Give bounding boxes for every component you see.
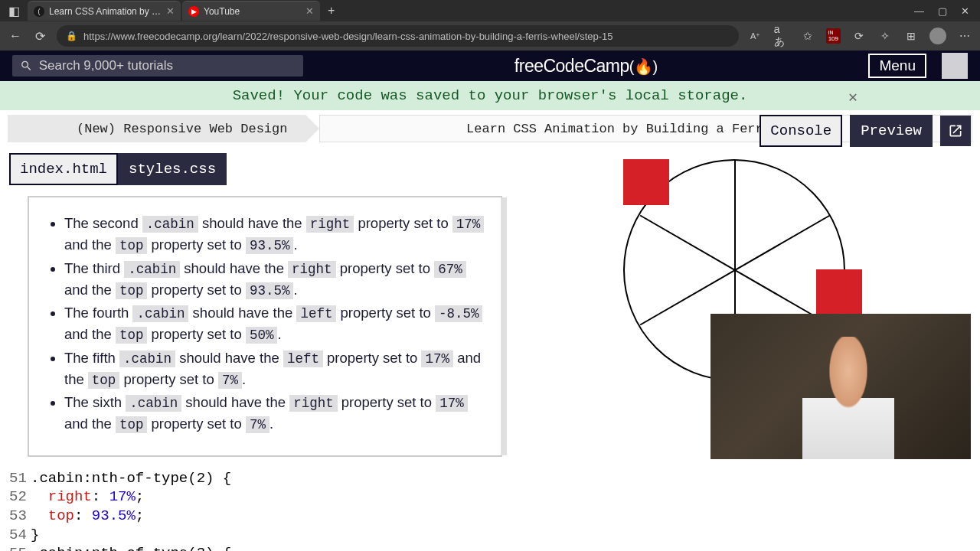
notification-text: Saved! Your code was saved to your brows… [233, 87, 748, 104]
save-notification: Saved! Your code was saved to your brows… [0, 81, 980, 110]
code-text: right: 17%; [31, 487, 144, 507]
editor-line[interactable]: 52 right: 17%; [9, 487, 576, 507]
panel-toggle-icon[interactable]: ◧ [5, 2, 23, 20]
browser-tab-fcc[interactable]: ( Learn CSS Animation by Building ✕ [28, 1, 181, 21]
code-text: .cabin:nth-of-type(2) { [31, 469, 231, 488]
url-field[interactable]: 🔒 https://www.freecodecamp.org/learn/202… [57, 25, 739, 47]
tab-styles-css[interactable]: styles.css [118, 153, 227, 185]
instructions-panel: The second .cabin should have the right … [28, 196, 502, 457]
close-icon[interactable]: ✕ [305, 5, 314, 17]
new-tab-button[interactable]: + [322, 4, 341, 18]
user-avatar[interactable] [942, 53, 968, 79]
minimize-icon[interactable]: — [914, 5, 924, 17]
translate-icon[interactable]: aあ [774, 28, 789, 44]
tab-title: Learn CSS Animation by Building [49, 6, 162, 17]
instruction-item: The fifth .cabin should have the left pr… [64, 347, 485, 391]
line-number: 54 [9, 526, 31, 545]
url-text: https://www.freecodecamp.org/learn/2022/… [83, 31, 613, 42]
webcam-person [802, 337, 894, 459]
close-icon[interactable]: ✕ [848, 87, 858, 106]
right-column: Console Preview [576, 153, 971, 551]
popout-button[interactable] [940, 116, 971, 146]
window-controls: — ▢ ✕ [914, 5, 975, 17]
instruction-item: The third .cabin should have the right p… [64, 258, 485, 302]
sync-icon[interactable]: ⟳ [851, 28, 867, 44]
search-icon [20, 59, 33, 73]
instruction-item: The fourth .cabin should have the left p… [64, 302, 485, 346]
browser-tab-strip: ◧ ( Learn CSS Animation by Building ✕ ▶ … [0, 0, 980, 21]
menu-button[interactable]: Menu [868, 54, 926, 78]
instructions-list: The second .cabin should have the right … [44, 213, 485, 435]
ublock-badge[interactable]: IN109 [826, 28, 841, 44]
editor-line[interactable]: 55.cabin:nth-of-type(3) { [9, 544, 576, 551]
editor-line[interactable]: 54} [9, 526, 576, 545]
tab-preview[interactable]: Preview [850, 115, 933, 147]
search-box[interactable] [12, 55, 303, 77]
code-editor[interactable]: 51.cabin:nth-of-type(2) {52 right: 17%;5… [9, 469, 576, 552]
collections-icon[interactable]: ✧ [877, 28, 893, 44]
editor-line[interactable]: 51.cabin:nth-of-type(2) { [9, 469, 576, 488]
search-input[interactable] [39, 58, 296, 73]
tab-bar: ( Learn CSS Animation by Building ✕ ▶ Yo… [28, 0, 341, 21]
address-bar: ← ⟳ 🔒 https://www.freecodecamp.org/learn… [0, 21, 980, 51]
line-number: 51 [9, 469, 31, 488]
cabin [816, 269, 862, 315]
lock-icon: 🔒 [66, 31, 77, 41]
close-window-icon[interactable]: ✕ [961, 5, 969, 17]
browser-tab-youtube[interactable]: ▶ YouTube ✕ [182, 1, 320, 21]
editor-line[interactable]: 53 top: 93.5%; [9, 507, 576, 526]
favicon-youtube: ▶ [188, 6, 199, 17]
preview-area [576, 153, 971, 459]
code-text: } [31, 526, 39, 545]
left-column: index.html styles.css The second .cabin … [9, 153, 576, 551]
right-tabs: Console Preview [760, 115, 971, 147]
fcc-header: freeCodeCamp(🔥) Menu [0, 51, 980, 81]
maximize-icon[interactable]: ▢ [938, 5, 947, 17]
line-number: 52 [9, 487, 31, 507]
more-icon[interactable]: ⋯ [957, 28, 972, 44]
tab-title: YouTube [204, 6, 301, 17]
code-text: .cabin:nth-of-type(3) { [31, 544, 231, 551]
popout-icon [948, 123, 963, 139]
tab-console[interactable]: Console [760, 115, 842, 147]
back-button[interactable]: ← [8, 29, 23, 43]
line-number: 55 [9, 544, 31, 551]
webcam-overlay [710, 314, 971, 459]
instruction-item: The sixth .cabin should have the right p… [64, 392, 485, 435]
workspace: index.html styles.css The second .cabin … [0, 153, 980, 551]
refresh-button[interactable]: ⟳ [32, 29, 47, 44]
line-number: 53 [9, 507, 31, 526]
breadcrumb-course[interactable]: (New) Responsive Web Design [8, 115, 305, 142]
file-tabs: index.html styles.css [9, 153, 576, 185]
favicon-fcc: ( [34, 6, 44, 17]
extensions-icon[interactable]: ⊞ [903, 28, 919, 44]
tab-index-html[interactable]: index.html [9, 153, 118, 185]
profile-avatar[interactable] [929, 28, 946, 44]
fcc-logo[interactable]: freeCodeCamp(🔥) [312, 56, 859, 77]
instruction-item: The second .cabin should have the right … [64, 213, 485, 256]
code-text: top: 93.5%; [31, 507, 144, 526]
reader-icon[interactable]: A⁺ [748, 28, 763, 44]
favorite-icon[interactable]: ✩ [800, 28, 815, 44]
cabin [623, 159, 669, 205]
close-icon[interactable]: ✕ [166, 5, 175, 17]
toolbar-right: A⁺ aあ ✩ IN109 ⟳ ✧ ⊞ ⋯ [748, 28, 972, 44]
